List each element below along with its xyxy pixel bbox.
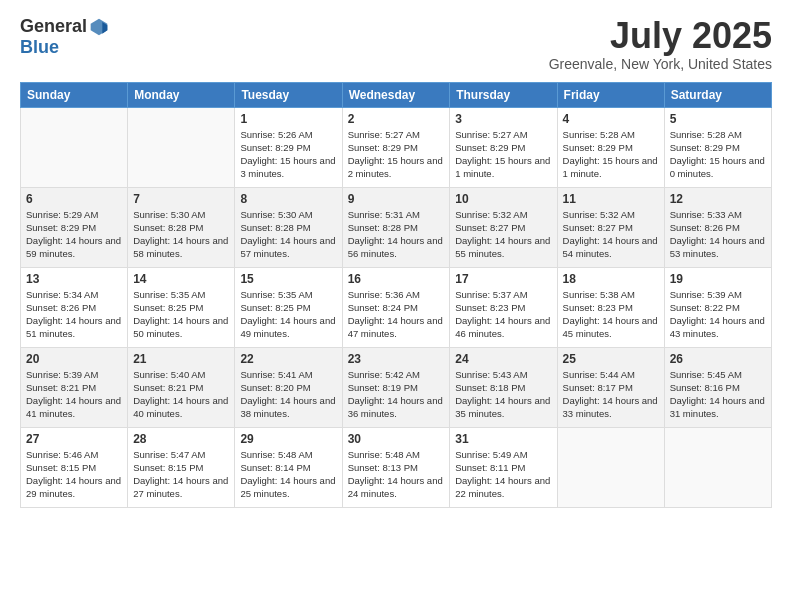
calendar-cell: 3Sunrise: 5:27 AM Sunset: 8:29 PM Daylig… <box>450 107 557 187</box>
day-number: 19 <box>670 272 766 286</box>
calendar-cell: 15Sunrise: 5:35 AM Sunset: 8:25 PM Dayli… <box>235 267 342 347</box>
day-number: 26 <box>670 352 766 366</box>
day-number: 1 <box>240 112 336 126</box>
calendar-cell: 22Sunrise: 5:41 AM Sunset: 8:20 PM Dayli… <box>235 347 342 427</box>
calendar-cell: 1Sunrise: 5:26 AM Sunset: 8:29 PM Daylig… <box>235 107 342 187</box>
col-saturday: Saturday <box>664 82 771 107</box>
calendar-cell: 20Sunrise: 5:39 AM Sunset: 8:21 PM Dayli… <box>21 347 128 427</box>
day-info: Sunrise: 5:46 AM Sunset: 8:15 PM Dayligh… <box>26 448 122 501</box>
calendar-cell: 17Sunrise: 5:37 AM Sunset: 8:23 PM Dayli… <box>450 267 557 347</box>
calendar-cell: 26Sunrise: 5:45 AM Sunset: 8:16 PM Dayli… <box>664 347 771 427</box>
calendar-cell <box>557 427 664 507</box>
day-number: 9 <box>348 192 445 206</box>
day-number: 7 <box>133 192 229 206</box>
day-number: 25 <box>563 352 659 366</box>
day-info: Sunrise: 5:30 AM Sunset: 8:28 PM Dayligh… <box>133 208 229 261</box>
day-info: Sunrise: 5:37 AM Sunset: 8:23 PM Dayligh… <box>455 288 551 341</box>
calendar-cell <box>128 107 235 187</box>
day-number: 2 <box>348 112 445 126</box>
calendar-cell <box>664 427 771 507</box>
day-info: Sunrise: 5:39 AM Sunset: 8:22 PM Dayligh… <box>670 288 766 341</box>
day-info: Sunrise: 5:38 AM Sunset: 8:23 PM Dayligh… <box>563 288 659 341</box>
logo-icon <box>89 17 109 37</box>
calendar-cell: 29Sunrise: 5:48 AM Sunset: 8:14 PM Dayli… <box>235 427 342 507</box>
day-number: 5 <box>670 112 766 126</box>
calendar-cell: 8Sunrise: 5:30 AM Sunset: 8:28 PM Daylig… <box>235 187 342 267</box>
day-number: 18 <box>563 272 659 286</box>
calendar-table: Sunday Monday Tuesday Wednesday Thursday… <box>20 82 772 508</box>
day-number: 6 <box>26 192 122 206</box>
day-info: Sunrise: 5:28 AM Sunset: 8:29 PM Dayligh… <box>670 128 766 181</box>
day-info: Sunrise: 5:41 AM Sunset: 8:20 PM Dayligh… <box>240 368 336 421</box>
col-monday: Monday <box>128 82 235 107</box>
calendar-cell: 14Sunrise: 5:35 AM Sunset: 8:25 PM Dayli… <box>128 267 235 347</box>
day-number: 3 <box>455 112 551 126</box>
logo-blue-text: Blue <box>20 37 59 58</box>
calendar-cell: 7Sunrise: 5:30 AM Sunset: 8:28 PM Daylig… <box>128 187 235 267</box>
col-sunday: Sunday <box>21 82 128 107</box>
day-info: Sunrise: 5:43 AM Sunset: 8:18 PM Dayligh… <box>455 368 551 421</box>
col-wednesday: Wednesday <box>342 82 450 107</box>
day-info: Sunrise: 5:44 AM Sunset: 8:17 PM Dayligh… <box>563 368 659 421</box>
calendar-cell: 5Sunrise: 5:28 AM Sunset: 8:29 PM Daylig… <box>664 107 771 187</box>
day-info: Sunrise: 5:35 AM Sunset: 8:25 PM Dayligh… <box>240 288 336 341</box>
calendar-cell: 31Sunrise: 5:49 AM Sunset: 8:11 PM Dayli… <box>450 427 557 507</box>
day-info: Sunrise: 5:31 AM Sunset: 8:28 PM Dayligh… <box>348 208 445 261</box>
calendar-cell: 24Sunrise: 5:43 AM Sunset: 8:18 PM Dayli… <box>450 347 557 427</box>
calendar-cell: 27Sunrise: 5:46 AM Sunset: 8:15 PM Dayli… <box>21 427 128 507</box>
week-row-3: 13Sunrise: 5:34 AM Sunset: 8:26 PM Dayli… <box>21 267 772 347</box>
day-number: 20 <box>26 352 122 366</box>
day-number: 8 <box>240 192 336 206</box>
logo: General Blue <box>20 16 109 58</box>
day-number: 28 <box>133 432 229 446</box>
day-number: 24 <box>455 352 551 366</box>
header-row: Sunday Monday Tuesday Wednesday Thursday… <box>21 82 772 107</box>
calendar-cell: 6Sunrise: 5:29 AM Sunset: 8:29 PM Daylig… <box>21 187 128 267</box>
calendar-cell: 11Sunrise: 5:32 AM Sunset: 8:27 PM Dayli… <box>557 187 664 267</box>
day-info: Sunrise: 5:32 AM Sunset: 8:27 PM Dayligh… <box>455 208 551 261</box>
col-friday: Friday <box>557 82 664 107</box>
col-thursday: Thursday <box>450 82 557 107</box>
calendar-cell: 23Sunrise: 5:42 AM Sunset: 8:19 PM Dayli… <box>342 347 450 427</box>
day-number: 12 <box>670 192 766 206</box>
calendar-cell: 2Sunrise: 5:27 AM Sunset: 8:29 PM Daylig… <box>342 107 450 187</box>
calendar-cell: 19Sunrise: 5:39 AM Sunset: 8:22 PM Dayli… <box>664 267 771 347</box>
day-number: 21 <box>133 352 229 366</box>
day-number: 10 <box>455 192 551 206</box>
week-row-2: 6Sunrise: 5:29 AM Sunset: 8:29 PM Daylig… <box>21 187 772 267</box>
day-info: Sunrise: 5:42 AM Sunset: 8:19 PM Dayligh… <box>348 368 445 421</box>
day-info: Sunrise: 5:47 AM Sunset: 8:15 PM Dayligh… <box>133 448 229 501</box>
week-row-4: 20Sunrise: 5:39 AM Sunset: 8:21 PM Dayli… <box>21 347 772 427</box>
day-info: Sunrise: 5:39 AM Sunset: 8:21 PM Dayligh… <box>26 368 122 421</box>
calendar-cell: 25Sunrise: 5:44 AM Sunset: 8:17 PM Dayli… <box>557 347 664 427</box>
calendar-cell: 13Sunrise: 5:34 AM Sunset: 8:26 PM Dayli… <box>21 267 128 347</box>
day-info: Sunrise: 5:40 AM Sunset: 8:21 PM Dayligh… <box>133 368 229 421</box>
day-number: 17 <box>455 272 551 286</box>
calendar-cell: 9Sunrise: 5:31 AM Sunset: 8:28 PM Daylig… <box>342 187 450 267</box>
day-info: Sunrise: 5:28 AM Sunset: 8:29 PM Dayligh… <box>563 128 659 181</box>
header: General Blue July 2025 Greenvale, New Yo… <box>20 16 772 72</box>
day-info: Sunrise: 5:36 AM Sunset: 8:24 PM Dayligh… <box>348 288 445 341</box>
calendar-cell: 12Sunrise: 5:33 AM Sunset: 8:26 PM Dayli… <box>664 187 771 267</box>
col-tuesday: Tuesday <box>235 82 342 107</box>
title-section: July 2025 Greenvale, New York, United St… <box>549 16 772 72</box>
day-info: Sunrise: 5:35 AM Sunset: 8:25 PM Dayligh… <box>133 288 229 341</box>
calendar-cell: 30Sunrise: 5:48 AM Sunset: 8:13 PM Dayli… <box>342 427 450 507</box>
day-number: 27 <box>26 432 122 446</box>
day-number: 22 <box>240 352 336 366</box>
day-info: Sunrise: 5:27 AM Sunset: 8:29 PM Dayligh… <box>348 128 445 181</box>
page: General Blue July 2025 Greenvale, New Yo… <box>0 0 792 612</box>
day-info: Sunrise: 5:48 AM Sunset: 8:13 PM Dayligh… <box>348 448 445 501</box>
day-number: 31 <box>455 432 551 446</box>
day-number: 4 <box>563 112 659 126</box>
calendar-cell: 4Sunrise: 5:28 AM Sunset: 8:29 PM Daylig… <box>557 107 664 187</box>
day-info: Sunrise: 5:26 AM Sunset: 8:29 PM Dayligh… <box>240 128 336 181</box>
month-title: July 2025 <box>549 16 772 56</box>
day-info: Sunrise: 5:27 AM Sunset: 8:29 PM Dayligh… <box>455 128 551 181</box>
day-info: Sunrise: 5:34 AM Sunset: 8:26 PM Dayligh… <box>26 288 122 341</box>
day-info: Sunrise: 5:33 AM Sunset: 8:26 PM Dayligh… <box>670 208 766 261</box>
calendar-cell: 18Sunrise: 5:38 AM Sunset: 8:23 PM Dayli… <box>557 267 664 347</box>
day-info: Sunrise: 5:48 AM Sunset: 8:14 PM Dayligh… <box>240 448 336 501</box>
day-info: Sunrise: 5:49 AM Sunset: 8:11 PM Dayligh… <box>455 448 551 501</box>
day-info: Sunrise: 5:45 AM Sunset: 8:16 PM Dayligh… <box>670 368 766 421</box>
